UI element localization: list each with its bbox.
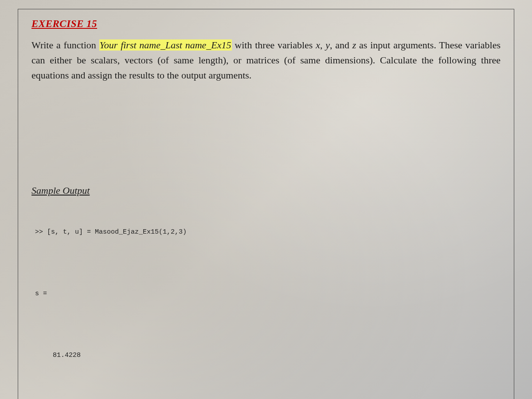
code-block: >> [s, t, u] = Masood_Ejaz_Ex15(1,2,3) s… <box>31 209 501 399</box>
prompt-pre: Write a function <box>31 39 99 51</box>
exercise-prompt: Write a function Your first name_Last na… <box>31 38 501 83</box>
s-value: 81.4228 <box>35 351 501 360</box>
highlighted-function-name: Your first name_Last name_Ex15 <box>99 39 232 51</box>
document-page: EXERCISE 15 Write a function Your first … <box>18 9 514 399</box>
command-line: >> [s, t, u] = Masood_Ejaz_Ex15(1,2,3) <box>35 227 501 237</box>
prompt-post1: with three variables <box>232 39 316 51</box>
var-y: y <box>325 39 330 51</box>
sample-output-heading: Sample Output <box>31 185 501 196</box>
comma-2: , and <box>330 39 352 51</box>
comma-1: , <box>320 39 325 51</box>
var-x: x <box>316 39 320 51</box>
s-label: s = <box>35 289 501 298</box>
exercise-title: EXERCISE 15 <box>31 18 501 30</box>
